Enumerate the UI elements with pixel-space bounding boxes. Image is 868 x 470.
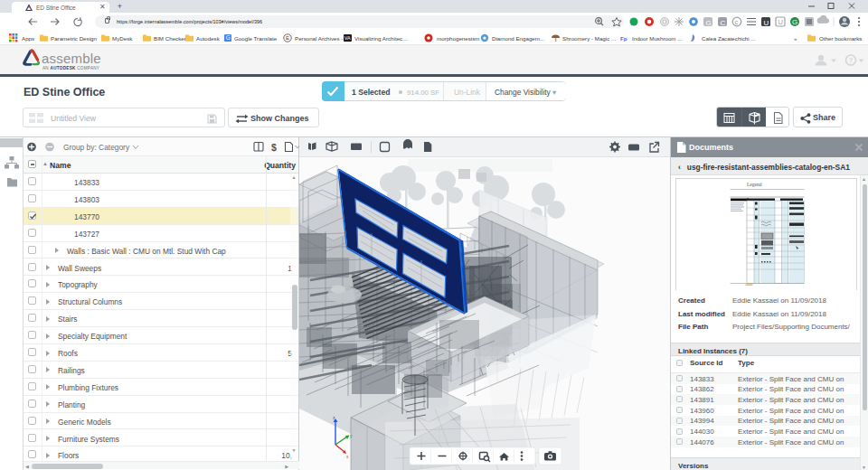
svg-text:»: »: [794, 35, 797, 42]
svg-text:E: E: [286, 35, 289, 41]
svg-text:c: c: [735, 18, 739, 26]
svg-text:$: $: [271, 142, 277, 153]
svg-text:Parametric Design: Parametric Design: [51, 35, 97, 42]
svg-text:BIM Checker: BIM Checker: [154, 35, 186, 42]
svg-text:Apps: Apps: [22, 35, 34, 42]
svg-text:C: C: [721, 18, 726, 26]
svg-text:?: ?: [849, 56, 854, 64]
svg-text:Calea Zacatechichi ...: Calea Zacatechichi ...: [702, 35, 756, 42]
svg-text:G: G: [706, 18, 712, 26]
svg-text:U: U: [778, 18, 783, 26]
svg-text:Visualizing Architec...: Visualizing Architec...: [354, 35, 408, 42]
svg-text:U: U: [764, 18, 769, 26]
svg-text:Group by: Category: Group by: Category: [63, 143, 130, 152]
svg-text:Legend: Legend: [747, 182, 762, 187]
svg-text:Diamond Engagem...: Diamond Engagem...: [492, 35, 544, 42]
svg-text:Other bookmarks: Other bookmarks: [819, 35, 862, 42]
svg-text:morphogenesism: morphogenesism: [437, 35, 479, 42]
svg-text:VA: VA: [344, 35, 351, 41]
svg-text:G: G: [792, 18, 797, 26]
svg-text:Google Translate: Google Translate: [234, 35, 278, 42]
svg-text:Personal Archives - ...: Personal Archives - ...: [295, 35, 349, 42]
svg-text:Fp: Fp: [620, 35, 627, 42]
svg-text:G: G: [226, 34, 231, 41]
svg-text:Shroomery - Magic ...: Shroomery - Magic ...: [562, 35, 616, 42]
svg-text:MyDesk: MyDesk: [112, 35, 133, 42]
svg-text:Indoor Mushroom ...: Indoor Mushroom ...: [632, 35, 683, 42]
svg-text:Autodesk: Autodesk: [196, 35, 221, 42]
